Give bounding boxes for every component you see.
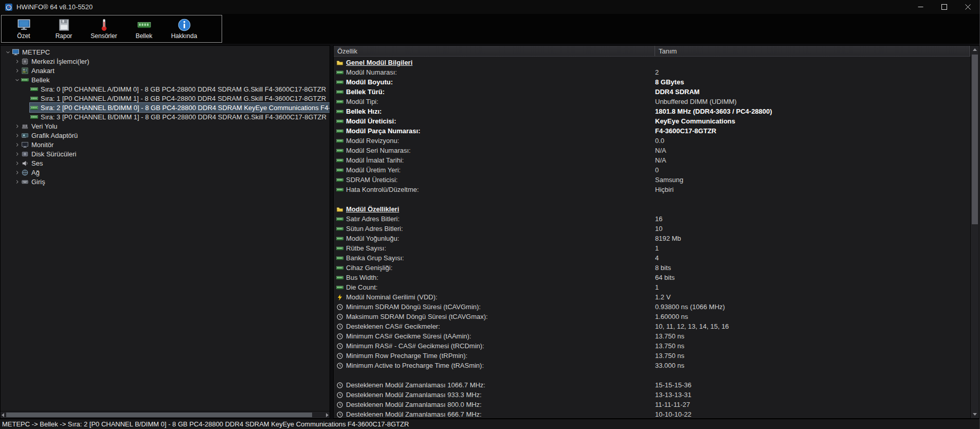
- toolbar-button-summary[interactable]: Özet: [4, 18, 44, 40]
- chevron-right-icon[interactable]: [13, 170, 21, 175]
- tree-item-motherboard-2[interactable]: Anakart: [1, 66, 330, 75]
- tree-item-disk-11[interactable]: Disk Sürücüleri: [1, 149, 330, 158]
- section-row[interactable]: Genel Modül Bilgileri: [334, 58, 970, 67]
- property-row[interactable]: Minimum RAS# - CAS# Gecikmesi (tRCDmin):…: [334, 341, 970, 351]
- chevron-right-icon[interactable]: [13, 123, 21, 129]
- property-label: Desteklenen Modül Zamanlaması 666.7 MHz:: [346, 410, 655, 418]
- property-row[interactable]: SDRAM Üreticisi:Samsung: [334, 175, 970, 185]
- value-label: 8192 Mb: [655, 235, 970, 242]
- scroll-left-arrow-icon[interactable]: [2, 413, 4, 417]
- property-row[interactable]: Modül Üretim Yeri:0: [334, 165, 970, 175]
- property-row[interactable]: Minimum SDRAM Döngü Süresi (tCAVGmin):0.…: [334, 302, 970, 312]
- property-label: Minimum RAS# - CAS# Gecikmesi (tRCDmin):: [346, 342, 655, 350]
- property-row[interactable]: Bus Width:64 bits: [334, 273, 970, 282]
- toolbar-button-memory[interactable]: Bellek: [124, 18, 164, 40]
- tree-item-monitor-10[interactable]: Monitör: [1, 140, 330, 149]
- close-button[interactable]: [956, 0, 979, 14]
- value-label: N/A: [655, 147, 970, 154]
- property-row[interactable]: Modül Parça Numarası:F4-3600C17-8GTZR: [334, 126, 970, 136]
- tree-horizontal-scrollbar[interactable]: [1, 411, 330, 418]
- scroll-right-arrow-icon[interactable]: [326, 413, 329, 417]
- toolbar-button-about[interactable]: Hakkında: [164, 18, 204, 40]
- minimize-button[interactable]: [909, 0, 932, 14]
- chevron-right-icon[interactable]: [13, 59, 21, 64]
- value-label: KeyEye Communications: [655, 117, 970, 125]
- tree-item-cpu-1[interactable]: Merkezi İşlemci(ler): [1, 57, 330, 66]
- property-row[interactable]: Banka Grup Sayısı:4: [334, 253, 970, 263]
- column-header-value[interactable]: Tanım: [655, 46, 970, 56]
- property-row[interactable]: Maksimum SDRAM Döngü Süresi (tCAVGmax):1…: [334, 312, 970, 321]
- property-row[interactable]: Modül Boyutu:8 GBytes: [334, 77, 970, 87]
- property-row[interactable]: Modül İmalat Tarihi:N/A: [334, 155, 970, 165]
- details-vertical-scrollbar[interactable]: [970, 46, 979, 418]
- dimm-icon: [336, 176, 343, 184]
- property-row[interactable]: Hata Kontrolü/Düzeltme:Hiçbiri: [334, 185, 970, 194]
- scroll-down-arrow-icon[interactable]: [973, 413, 977, 416]
- tree-item-computer-0[interactable]: METEPC: [1, 47, 330, 57]
- chevron-right-icon[interactable]: [13, 160, 21, 166]
- column-header-property[interactable]: Özellik: [334, 46, 655, 56]
- property-label: Modül Üretim Yeri:: [346, 166, 655, 174]
- tree-item-gpu-9[interactable]: Grafik Adaptörü: [1, 131, 330, 140]
- property-row[interactable]: Die Count:1: [334, 282, 970, 292]
- property-row[interactable]: Cihaz Genişliği:8 bits: [334, 263, 970, 273]
- tree-item-dimm-5[interactable]: Sıra: 1 [P0 CHANNEL A/DIMM 1] - 8 GB PC4…: [1, 94, 330, 103]
- chevron-right-icon[interactable]: [13, 142, 21, 148]
- toolbar-button-label: Bellek: [136, 32, 153, 40]
- property-row[interactable]: Modül Numarası:2: [334, 67, 970, 77]
- property-row[interactable]: Satır Adres Bitleri:16: [334, 214, 970, 224]
- value-label: 13.750 ns: [655, 342, 970, 350]
- property-row[interactable]: Bellek Türü:DDR4 SDRAM: [334, 87, 970, 97]
- toolbar-button-report[interactable]: Rapor: [44, 18, 84, 40]
- property-row[interactable]: Desteklenen CAS# Gecikmeler:10, 11, 12, …: [334, 321, 970, 331]
- tree-item-dimm-6[interactable]: Sıra: 2 [P0 CHANNEL B/DIMM 0] - 8 GB PC4…: [1, 103, 330, 112]
- property-row[interactable]: Rütbe Sayısı:1: [334, 243, 970, 253]
- chevron-right-icon[interactable]: [13, 179, 21, 185]
- tree-item-dimm-4[interactable]: Sıra: 0 [P0 CHANNEL A/DIMM 0] - 8 GB PC4…: [1, 84, 330, 94]
- tree-item-label: Ağ: [31, 169, 40, 176]
- details-panel: Özellik Tanım Genel Modül BilgileriModül…: [333, 45, 979, 419]
- chevron-down-icon[interactable]: [4, 49, 11, 55]
- vertical-scroll-thumb[interactable]: [972, 55, 978, 224]
- chevron-right-icon[interactable]: [13, 68, 21, 74]
- chevron-down-icon[interactable]: [13, 77, 21, 83]
- dimm-icon: [336, 255, 343, 262]
- tree-item-dimm-7[interactable]: Sıra: 3 [P0 CHANNEL B/DIMM 1] - 8 GB PC4…: [1, 112, 330, 121]
- minimize-icon: [918, 3, 923, 12]
- chevron-right-icon[interactable]: [13, 133, 21, 138]
- section-row[interactable]: Modül Özellikleri: [334, 204, 970, 214]
- dimm-icon: [336, 137, 343, 145]
- horizontal-scroll-thumb[interactable]: [6, 413, 312, 417]
- horizontal-scroll-track[interactable]: [6, 413, 324, 417]
- property-row[interactable]: Modül Üreticisi:KeyEye Communications: [334, 116, 970, 126]
- property-row[interactable]: Desteklenen Modül Zamanlaması 1066.7 MHz…: [334, 380, 970, 390]
- value-label: 10-10-10-22: [655, 410, 970, 418]
- maximize-button[interactable]: [932, 0, 956, 14]
- property-row[interactable]: Minimum Row Precharge Time (tRPmin):13.7…: [334, 351, 970, 361]
- tree-item-label: METEPC: [22, 48, 50, 56]
- tree-item-input-14[interactable]: Giriş: [1, 177, 330, 186]
- toolbar-button-sensors[interactable]: Sensörler: [84, 18, 124, 40]
- property-label: Rütbe Sayısı:: [346, 244, 655, 252]
- property-row[interactable]: Modül Nominal Gerilimi (VDD):1.2 V: [334, 292, 970, 302]
- value-label: 10: [655, 225, 970, 233]
- property-row[interactable]: Desteklenen Modül Zamanlaması 800.0 MHz:…: [334, 400, 970, 409]
- tree-item-audio-12[interactable]: Ses: [1, 158, 330, 168]
- property-row[interactable]: Sütun Adres Bitleri:10: [334, 224, 970, 234]
- property-row[interactable]: Modül Revizyonu:0.0: [334, 136, 970, 146]
- tree-item-bus-8[interactable]: Veri Yolu: [1, 121, 330, 131]
- tree-item-memory-3[interactable]: Bellek: [1, 75, 330, 84]
- property-row[interactable]: Desteklenen Modül Zamanlaması 933.3 MHz:…: [334, 390, 970, 400]
- tree-item-network-13[interactable]: Ağ: [1, 168, 330, 177]
- property-row[interactable]: Bellek Hızı:1801.8 MHz (DDR4-3603 / PC4-…: [334, 106, 970, 116]
- property-row[interactable]: Desteklenen Modül Zamanlaması 666.7 MHz:…: [334, 409, 970, 418]
- property-row[interactable]: Minimum Active to Precharge Time (tRASmi…: [334, 361, 970, 370]
- scroll-up-arrow-icon[interactable]: [973, 48, 977, 51]
- property-row[interactable]: Modül Tipi:Unbuffered DIMM (UDIMM): [334, 97, 970, 106]
- value-label: 64 bits: [655, 274, 970, 281]
- property-row[interactable]: Modül Seri Numarası:N/A: [334, 146, 970, 155]
- property-row[interactable]: Minimum CAS# Gecikme Süresi (tAAmin):13.…: [334, 331, 970, 341]
- chevron-right-icon[interactable]: [13, 151, 21, 157]
- vertical-scroll-track[interactable]: [971, 53, 979, 410]
- property-row[interactable]: Modül Yoğunluğu:8192 Mb: [334, 234, 970, 243]
